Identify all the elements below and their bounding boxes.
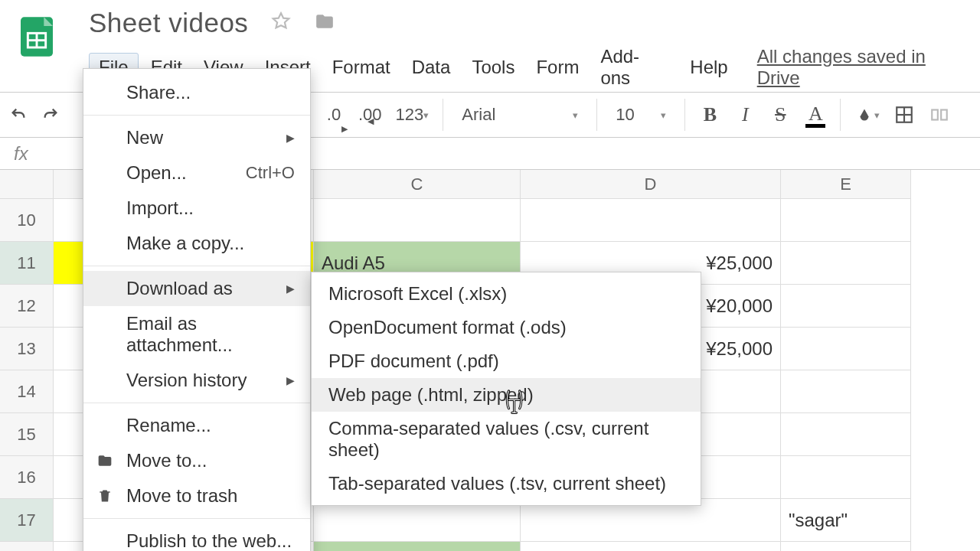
cell[interactable] (781, 285, 911, 328)
corner-cell[interactable] (0, 170, 54, 199)
download-as-submenu: Microsoft Excel (.xlsx) OpenDocument for… (311, 272, 701, 506)
italic-button[interactable]: I (734, 100, 756, 129)
number-format-button[interactable]: 123 ▾ (396, 100, 430, 129)
cell[interactable] (781, 242, 911, 285)
font-select[interactable]: Arial▾ (457, 105, 583, 125)
decrease-decimal-button[interactable]: .0 ▶ (323, 100, 345, 129)
menu-share[interactable]: Share... (83, 75, 310, 110)
menu-version-history[interactable]: Version history▶ (83, 363, 310, 398)
menu-rename[interactable]: Rename... (83, 408, 310, 443)
row-header[interactable]: 18 (0, 542, 54, 551)
strikethrough-button[interactable]: S (769, 100, 791, 129)
chevron-right-icon: ▶ (286, 282, 295, 295)
star-icon[interactable] (271, 11, 291, 35)
row-header[interactable]: 12 (0, 285, 54, 328)
folder-icon[interactable] (314, 11, 335, 35)
cell[interactable] (781, 542, 911, 551)
menu-form[interactable]: Form (527, 54, 588, 81)
sheets-logo-icon[interactable] (15, 15, 58, 58)
cell[interactable] (781, 199, 911, 242)
row-header[interactable]: 16 (0, 456, 54, 499)
menu-open[interactable]: Open...Ctrl+O (83, 155, 310, 191)
document-title[interactable]: Sheet videos (89, 8, 248, 38)
menu-data[interactable]: Data (403, 54, 460, 81)
menu-move-trash[interactable]: Move to trash (83, 478, 310, 514)
fill-color-button[interactable]: ▾ (854, 100, 880, 129)
row-header[interactable]: 17 (0, 499, 54, 542)
cell[interactable]: 1 (314, 542, 521, 551)
chevron-down-icon: ▾ (661, 109, 666, 121)
menu-download-as[interactable]: Download as▶ (83, 271, 310, 306)
submenu-html[interactable]: Web page (.html, zipped) (312, 378, 701, 412)
file-menu-dropdown: Share... New▶ Open...Ctrl+O Import... Ma… (83, 68, 311, 551)
cell[interactable]: "sagar" (781, 499, 911, 542)
submenu-tsv[interactable]: Tab-separated values (.tsv, current shee… (312, 467, 701, 500)
fx-label: fx (14, 143, 52, 165)
menu-make-copy[interactable]: Make a copy... (83, 226, 310, 261)
col-header-e[interactable]: E (781, 170, 911, 199)
row-header[interactable]: 11 (0, 242, 54, 285)
save-status[interactable]: All changes saved in Drive (757, 46, 972, 89)
chevron-down-icon: ▾ (423, 109, 429, 121)
undo-button[interactable] (8, 100, 29, 129)
submenu-pdf[interactable]: PDF document (.pdf) (312, 344, 701, 378)
menu-import[interactable]: Import... (83, 191, 310, 226)
font-size-select[interactable]: 10▾ (611, 105, 671, 125)
menu-help[interactable]: Help (681, 54, 737, 81)
submenu-csv[interactable]: Comma-separated values (.csv, current sh… (312, 412, 701, 467)
borders-button[interactable] (893, 100, 915, 129)
folder-icon (96, 453, 114, 468)
col-header-c[interactable]: C (314, 170, 521, 199)
cell[interactable] (781, 456, 911, 499)
menu-new[interactable]: New▶ (83, 120, 310, 155)
cell[interactable] (521, 542, 781, 551)
redo-button[interactable] (40, 100, 61, 129)
svg-rect-8 (941, 110, 947, 120)
row-header[interactable]: 10 (0, 199, 54, 242)
row-header[interactable]: 14 (0, 370, 54, 413)
cell[interactable] (314, 199, 521, 242)
merge-cells-button[interactable] (929, 100, 950, 129)
bold-button[interactable]: B (699, 100, 720, 129)
chevron-down-icon: ▾ (573, 109, 578, 121)
cell[interactable] (781, 328, 911, 370)
text-color-button[interactable]: A (805, 100, 826, 129)
submenu-xlsx[interactable]: Microsoft Excel (.xlsx) (312, 277, 701, 311)
trash-icon (96, 487, 114, 504)
chevron-right-icon: ▶ (286, 132, 295, 144)
col-header-d[interactable]: D (521, 170, 781, 199)
menu-format[interactable]: Format (323, 54, 400, 81)
row-header[interactable]: 13 (0, 328, 54, 370)
cell[interactable] (781, 413, 911, 456)
menu-tools[interactable]: Tools (462, 54, 524, 81)
submenu-ods[interactable]: OpenDocument format (.ods) (312, 311, 701, 344)
svg-rect-7 (933, 110, 939, 120)
menu-move-to[interactable]: Move to... (83, 443, 310, 478)
cell[interactable] (781, 370, 911, 413)
menu-addons[interactable]: Add-ons (591, 43, 678, 92)
menu-publish-web[interactable]: Publish to the web... (83, 523, 310, 551)
increase-decimal-button[interactable]: .00 ◀ (358, 100, 382, 129)
row-header[interactable]: 15 (0, 413, 54, 456)
cell[interactable] (521, 199, 781, 242)
menu-email-attachment[interactable]: Email as attachment... (83, 306, 310, 363)
chevron-right-icon: ▶ (286, 374, 295, 386)
